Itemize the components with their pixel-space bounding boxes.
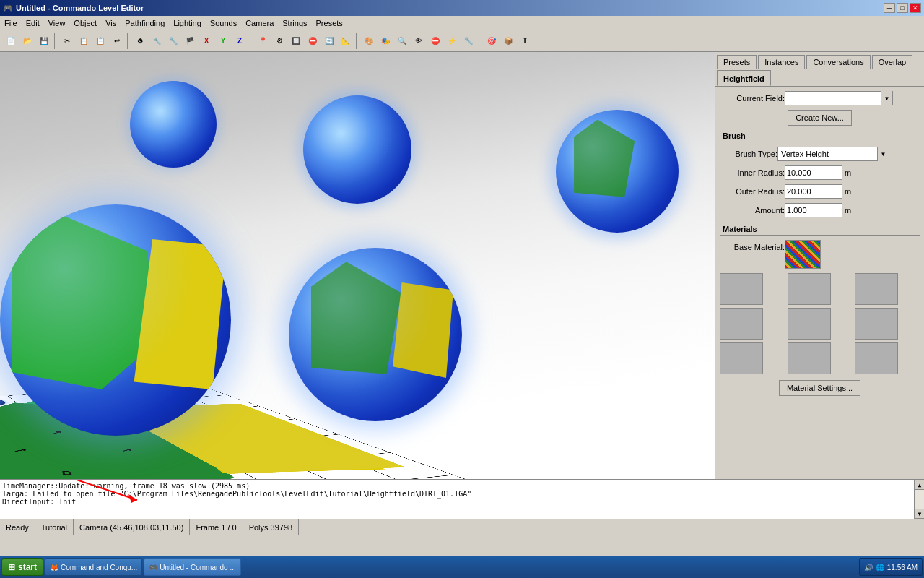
toolbar-wrench[interactable]: 🔧 bbox=[461, 33, 476, 49]
minimize-button[interactable]: ─ bbox=[884, 3, 895, 13]
material-slot-1[interactable] bbox=[720, 273, 763, 305]
taskbar-item-label-1: Command and Conqu... bbox=[61, 564, 137, 571]
toolbar-gear[interactable]: ⚙ bbox=[271, 33, 287, 49]
create-new-button[interactable]: Create New... bbox=[788, 110, 852, 126]
menu-sounds[interactable]: Sounds bbox=[206, 17, 241, 29]
material-slot-4[interactable] bbox=[720, 308, 763, 340]
toolbar-pin[interactable]: 📍 bbox=[255, 33, 271, 49]
brush-type-row: Brush Type: Vertex Height ▼ bbox=[720, 147, 920, 161]
tab-conversations[interactable]: Conversations bbox=[806, 55, 870, 69]
current-field-dropdown[interactable]: ▼ bbox=[785, 91, 893, 105]
taskbar-item-icon-1: 🦊 bbox=[50, 564, 58, 571]
right-panel: Presets Instances Conversations Overlap … bbox=[715, 52, 924, 479]
material-slot-6[interactable] bbox=[855, 308, 898, 340]
toolbar-mask[interactable]: 🎭 bbox=[378, 33, 393, 49]
menu-view[interactable]: View bbox=[44, 17, 70, 29]
start-icon: ⊞ bbox=[8, 562, 15, 572]
toolbar-tool1[interactable]: ⚙ bbox=[132, 33, 148, 49]
toolbar-no[interactable]: ⛔ bbox=[305, 33, 321, 49]
toolbar-color[interactable]: 🎨 bbox=[361, 33, 377, 49]
material-settings-button[interactable]: Material Settings... bbox=[779, 380, 860, 396]
taskbar: ⊞ start 🦊 Command and Conqu... 🎮 Untitle… bbox=[0, 556, 924, 578]
taskbar-item-command[interactable]: 🦊 Command and Conqu... bbox=[45, 558, 142, 576]
menu-edit[interactable]: Edit bbox=[22, 17, 44, 29]
brush-type-value: Vertex Height bbox=[778, 150, 877, 158]
material-slot-7[interactable] bbox=[720, 342, 763, 374]
create-new-row: Create New... bbox=[720, 110, 920, 126]
base-material-preview[interactable] bbox=[785, 240, 821, 269]
toolbar-refresh[interactable]: 🔄 bbox=[321, 33, 337, 49]
status-frame: Frame 1 / 0 bbox=[190, 519, 243, 535]
toolbar-undo[interactable]: ↩ bbox=[109, 33, 125, 49]
toolbar-cut[interactable]: ✂ bbox=[59, 33, 75, 49]
toolbar-save[interactable]: 💾 bbox=[36, 33, 52, 49]
taskbar-item-icon-2: 🎮 bbox=[149, 564, 157, 571]
menu-strings[interactable]: Strings bbox=[278, 17, 311, 29]
close-button[interactable]: ✕ bbox=[910, 3, 921, 13]
toolbar-tool4[interactable]: 🏴 bbox=[182, 33, 198, 49]
toolbar-axis-y[interactable]: Y bbox=[215, 33, 231, 49]
outer-radius-input[interactable]: 20.000 bbox=[785, 184, 842, 199]
toolbar-target[interactable]: 🎯 bbox=[484, 33, 500, 49]
status-level: Tutorial bbox=[35, 519, 74, 535]
amount-input[interactable]: 1.000 bbox=[785, 203, 842, 217]
svg-marker-1 bbox=[128, 494, 137, 503]
menu-pathfinding[interactable]: Pathfinding bbox=[121, 17, 169, 29]
tray-time: 11:56 AM bbox=[887, 564, 918, 571]
menu-vis[interactable]: Vis bbox=[101, 17, 121, 29]
tab-instances[interactable]: Instances bbox=[758, 55, 805, 69]
material-slot-9[interactable] bbox=[855, 342, 898, 374]
log-scrollbar[interactable]: ▲ ▼ bbox=[914, 480, 924, 519]
scroll-down-button[interactable]: ▼ bbox=[915, 509, 924, 519]
material-settings-container: Material Settings... bbox=[720, 374, 920, 396]
toolbar-sep-5 bbox=[479, 33, 481, 49]
toolbar-eye[interactable]: 👁 bbox=[411, 33, 427, 49]
current-field-arrow-icon[interactable]: ▼ bbox=[881, 91, 892, 105]
toolbar-axis-z[interactable]: Z bbox=[232, 33, 248, 49]
toolbar-new[interactable]: 📄 bbox=[3, 33, 19, 49]
brush-type-dropdown[interactable]: Vertex Height ▼ bbox=[777, 147, 889, 161]
current-field-row: Current Field: ▼ bbox=[720, 91, 920, 105]
amount-label: Amount: bbox=[720, 206, 785, 215]
material-slot-3[interactable] bbox=[855, 273, 898, 305]
start-label: start bbox=[18, 562, 37, 572]
scroll-up-button[interactable]: ▲ bbox=[915, 480, 924, 490]
amount-unit: m bbox=[845, 206, 851, 215]
menu-lighting[interactable]: Lighting bbox=[169, 17, 206, 29]
inner-radius-input[interactable]: 10.000 bbox=[785, 165, 842, 180]
taskbar-item-commando[interactable]: 🎮 Untitled - Commando ... bbox=[144, 558, 241, 576]
brush-section-header: Brush bbox=[720, 130, 920, 142]
menu-camera[interactable]: Camera bbox=[241, 17, 278, 29]
material-slot-8[interactable] bbox=[788, 342, 831, 374]
toolbar-select[interactable]: 🔲 bbox=[288, 33, 304, 49]
toolbar-sep-1 bbox=[54, 33, 57, 49]
toolbar-open[interactable]: 📂 bbox=[19, 33, 35, 49]
toolbar-box[interactable]: 📦 bbox=[500, 33, 516, 49]
material-slot-5[interactable] bbox=[788, 308, 831, 340]
tab-heightfield[interactable]: Heightfield bbox=[717, 70, 771, 86]
toolbar-paste[interactable]: 📋 bbox=[92, 33, 108, 49]
tab-overlap[interactable]: Overlap bbox=[872, 55, 913, 69]
toolbar-stop[interactable]: ⛔ bbox=[427, 33, 443, 49]
menu-presets[interactable]: Presets bbox=[312, 17, 347, 29]
toolbar-text[interactable]: T bbox=[517, 33, 533, 49]
toolbar-measure[interactable]: 📐 bbox=[338, 33, 354, 49]
toolbar-axis-x[interactable]: X bbox=[199, 33, 214, 49]
status-ready: Ready bbox=[0, 519, 35, 535]
viewport[interactable]: → → → → → ↗ ↗ ↗ ↗ B B bbox=[0, 52, 715, 479]
menu-object[interactable]: Object bbox=[69, 17, 101, 29]
toolbar-sep-4 bbox=[356, 33, 359, 49]
menu-file[interactable]: File bbox=[0, 17, 22, 29]
toolbar-tool3[interactable]: 🔧 bbox=[165, 33, 181, 49]
toolbar-lightning[interactable]: ⚡ bbox=[444, 33, 460, 49]
tab-presets[interactable]: Presets bbox=[717, 55, 757, 69]
brush-type-arrow-icon[interactable]: ▼ bbox=[877, 147, 889, 161]
toolbar-copy[interactable]: 📋 bbox=[76, 33, 92, 49]
toolbar-zoom[interactable]: 🔍 bbox=[394, 33, 410, 49]
outer-radius-unit: m bbox=[845, 187, 851, 196]
material-slot-2[interactable] bbox=[788, 273, 831, 305]
maximize-button[interactable]: □ bbox=[897, 3, 908, 13]
tabs: Presets Instances Conversations Overlap … bbox=[715, 52, 924, 87]
start-button[interactable]: ⊞ start bbox=[1, 558, 43, 576]
toolbar-tool2[interactable]: 🔧 bbox=[149, 33, 165, 49]
